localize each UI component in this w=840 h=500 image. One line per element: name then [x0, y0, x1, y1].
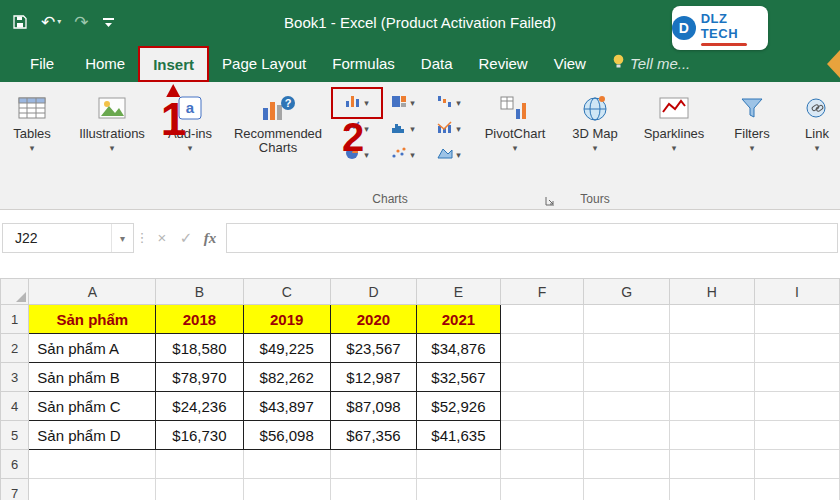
cell-F7[interactable]: [500, 479, 584, 500]
cell-F2[interactable]: [500, 334, 584, 363]
insert-scatter-chart-button[interactable]: ▾: [380, 142, 426, 168]
cell-C2[interactable]: $49,225: [243, 334, 330, 363]
tab-formulas[interactable]: Formulas: [319, 44, 408, 82]
recommended-charts-button[interactable]: ? Recommended Charts: [222, 84, 334, 191]
undo-icon[interactable]: ↶▾: [41, 14, 61, 31]
cell-A6[interactable]: [29, 450, 156, 479]
cell-G2[interactable]: [584, 334, 670, 363]
select-all-corner[interactable]: [1, 279, 29, 305]
cell-G7[interactable]: [584, 479, 670, 500]
cell-D3[interactable]: $12,987: [330, 363, 416, 392]
insert-statistic-chart-button[interactable]: ▾: [380, 116, 426, 142]
tab-page-layout[interactable]: Page Layout: [209, 44, 319, 82]
enter-icon[interactable]: ✓: [174, 223, 198, 253]
illustrations-button[interactable]: Illustrations ▾: [66, 84, 158, 191]
cell-C1[interactable]: 2019: [243, 305, 330, 334]
cell-I4[interactable]: [754, 392, 839, 421]
cell-F3[interactable]: [500, 363, 584, 392]
sparklines-button[interactable]: Sparklines ▾: [632, 84, 716, 191]
cell-I5[interactable]: [754, 421, 839, 450]
cell-G5[interactable]: [584, 421, 670, 450]
insert-function-button[interactable]: fx: [198, 223, 222, 253]
row-header-7[interactable]: 7: [1, 479, 29, 500]
formula-input[interactable]: [226, 223, 838, 253]
customize-toolbar-icon[interactable]: [102, 16, 115, 29]
cell-E3[interactable]: $32,567: [417, 363, 501, 392]
row-header-6[interactable]: 6: [1, 450, 29, 479]
cell-I1[interactable]: [754, 305, 839, 334]
tab-home[interactable]: Home: [72, 44, 138, 82]
row-header-5[interactable]: 5: [1, 421, 29, 450]
link-button[interactable]: Link ▾: [788, 84, 840, 191]
cell-D5[interactable]: $67,356: [330, 421, 416, 450]
name-box-dropdown-icon[interactable]: ▾: [111, 224, 133, 252]
charts-dialog-launcher[interactable]: [545, 196, 555, 206]
cell-A4[interactable]: Sản phẩm C: [29, 392, 156, 421]
cell-C5[interactable]: $56,098: [243, 421, 330, 450]
cell-H6[interactable]: [670, 450, 755, 479]
cell-G4[interactable]: [584, 392, 670, 421]
tab-data[interactable]: Data: [408, 44, 466, 82]
cell-E7[interactable]: [417, 479, 501, 500]
cell-H1[interactable]: [670, 305, 755, 334]
cell-H2[interactable]: [670, 334, 755, 363]
row-header-4[interactable]: 4: [1, 392, 29, 421]
column-header-F[interactable]: F: [500, 279, 584, 305]
cell-G3[interactable]: [584, 363, 670, 392]
column-header-B[interactable]: B: [156, 279, 243, 305]
cell-I7[interactable]: [754, 479, 839, 500]
column-header-C[interactable]: C: [243, 279, 330, 305]
cell-G6[interactable]: [584, 450, 670, 479]
filters-button[interactable]: Filters ▾: [722, 84, 782, 191]
cell-E5[interactable]: $41,635: [417, 421, 501, 450]
name-box[interactable]: J22 ▾: [2, 223, 134, 253]
cell-D7[interactable]: [330, 479, 416, 500]
cell-D4[interactable]: $87,098: [330, 392, 416, 421]
cell-C4[interactable]: $43,897: [243, 392, 330, 421]
column-header-A[interactable]: A: [29, 279, 156, 305]
row-header-1[interactable]: 1: [1, 305, 29, 334]
cell-H7[interactable]: [670, 479, 755, 500]
insert-hierarchy-chart-button[interactable]: ▾: [380, 90, 426, 116]
cell-H3[interactable]: [670, 363, 755, 392]
cell-F5[interactable]: [500, 421, 584, 450]
column-header-I[interactable]: I: [754, 279, 839, 305]
cell-C7[interactable]: [243, 479, 330, 500]
cell-D1[interactable]: 2020: [330, 305, 416, 334]
cell-I6[interactable]: [754, 450, 839, 479]
cell-I3[interactable]: [754, 363, 839, 392]
column-header-H[interactable]: H: [670, 279, 755, 305]
column-header-E[interactable]: E: [417, 279, 501, 305]
insert-column-chart-button[interactable]: ▾: [334, 90, 380, 116]
cell-E4[interactable]: $52,926: [417, 392, 501, 421]
cell-B6[interactable]: [156, 450, 243, 479]
cell-C3[interactable]: $82,262: [243, 363, 330, 392]
pivotchart-button[interactable]: PivotChart ▾: [472, 84, 558, 191]
insert-surface-chart-button[interactable]: ▾: [426, 142, 472, 168]
redo-icon[interactable]: ↷: [74, 14, 88, 31]
row-header-2[interactable]: 2: [1, 334, 29, 363]
tables-button[interactable]: Tables ▾: [4, 84, 60, 191]
cancel-icon[interactable]: ×: [150, 223, 174, 253]
cell-B4[interactable]: $24,236: [156, 392, 243, 421]
cell-F6[interactable]: [500, 450, 584, 479]
cell-A3[interactable]: Sản phẩm B: [29, 363, 156, 392]
3d-map-button[interactable]: 3D Map ▾: [564, 84, 626, 191]
cell-F4[interactable]: [500, 392, 584, 421]
cell-F1[interactable]: [500, 305, 584, 334]
cell-C6[interactable]: [243, 450, 330, 479]
cell-B2[interactable]: $18,580: [156, 334, 243, 363]
cell-D6[interactable]: [330, 450, 416, 479]
insert-waterfall-chart-button[interactable]: ▾: [426, 90, 472, 116]
save-icon[interactable]: [12, 14, 28, 30]
cell-B3[interactable]: $78,970: [156, 363, 243, 392]
cell-A5[interactable]: Sản phẩm D: [29, 421, 156, 450]
row-header-3[interactable]: 3: [1, 363, 29, 392]
tab-review[interactable]: Review: [466, 44, 541, 82]
cell-G1[interactable]: [584, 305, 670, 334]
cell-E6[interactable]: [417, 450, 501, 479]
column-header-D[interactable]: D: [330, 279, 416, 305]
cell-E1[interactable]: 2021: [417, 305, 501, 334]
cell-B1[interactable]: 2018: [156, 305, 243, 334]
cell-B7[interactable]: [156, 479, 243, 500]
